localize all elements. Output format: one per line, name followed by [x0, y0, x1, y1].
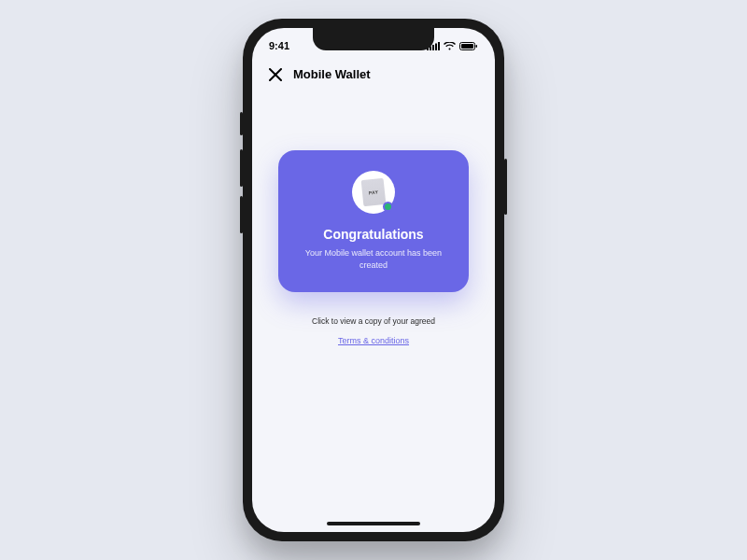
svg-rect-6	[461, 44, 473, 49]
screen: 9:41 Mobile Wallet PAY Congratulations	[252, 28, 495, 532]
main-content: PAY Congratulations Your Mobile wallet a…	[252, 94, 495, 532]
phone-side-button	[240, 196, 243, 233]
terms-intro-text: Click to view a copy of your agreed	[312, 316, 435, 326]
terms-block: Click to view a copy of your agreed Term…	[312, 316, 435, 347]
svg-rect-4	[438, 42, 440, 50]
congrats-subtitle: Your Mobile wallet account has been crea…	[294, 247, 453, 272]
pay-badge: PAY	[352, 171, 395, 214]
status-time: 9:41	[269, 40, 289, 51]
home-indicator[interactable]	[327, 522, 420, 525]
congrats-card: PAY Congratulations Your Mobile wallet a…	[278, 150, 469, 292]
phone-side-button	[240, 112, 243, 135]
status-indicators	[427, 42, 478, 50]
phone-side-button	[240, 149, 243, 187]
terms-link[interactable]: Terms & conditions	[338, 336, 409, 345]
wifi-icon	[444, 42, 456, 50]
pay-icon: PAY	[361, 178, 387, 206]
close-icon[interactable]	[269, 68, 282, 81]
svg-rect-3	[435, 43, 437, 50]
page-title: Mobile Wallet	[293, 67, 371, 81]
status-dot-success	[383, 202, 393, 212]
phone-side-button	[504, 159, 507, 215]
svg-rect-7	[476, 45, 478, 48]
congrats-title: Congratulations	[323, 227, 423, 242]
phone-mockup: 9:41 Mobile Wallet PAY Congratulations	[243, 19, 504, 541]
battery-icon	[459, 42, 478, 50]
notch	[313, 28, 434, 50]
svg-rect-2	[432, 45, 434, 50]
app-header: Mobile Wallet	[252, 58, 495, 94]
